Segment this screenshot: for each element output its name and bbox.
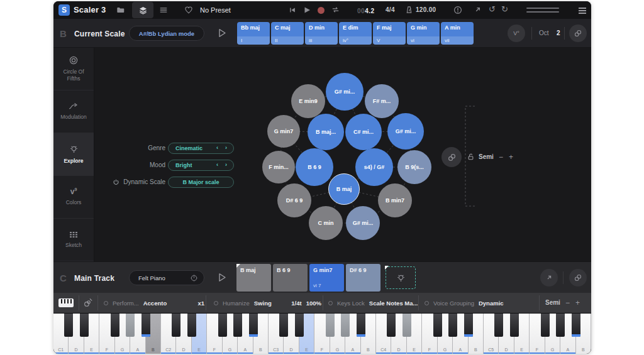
master-sliders[interactable] [526, 8, 559, 15]
black-key-4[interactable] [111, 314, 119, 337]
black-key-33[interactable] [556, 314, 565, 337]
chord-bubble-f-min[interactable]: F min... [262, 151, 295, 183]
black-key-16[interactable] [295, 314, 304, 337]
scale-chord-f-maj[interactable]: F majV [373, 22, 406, 45]
perform-section-perform[interactable]: Perform...Accentox1 [104, 293, 204, 313]
chord-bubble-g-mi[interactable]: G# mi... [387, 113, 424, 150]
suggestion-drop-slot[interactable] [386, 266, 416, 289]
scale-chord-d-min[interactable]: D miniii [305, 22, 338, 45]
scale-chord-bb-maj[interactable]: Bb majI [237, 22, 270, 45]
black-key-23[interactable] [402, 314, 411, 337]
oct-value[interactable]: 2 [557, 30, 560, 36]
export-arrow-icon[interactable] [474, 6, 482, 14]
record-icon[interactable] [318, 7, 325, 14]
track-slot-b-maj[interactable]: B maj [236, 264, 271, 292]
chord-bubble-g-min7[interactable]: G min7 [267, 115, 300, 148]
chord-bubble-c-mi[interactable]: C# mi... [345, 114, 382, 150]
chord-bubble-e-min9[interactable]: E min9 [291, 84, 325, 118]
keyboard-view-icon[interactable] [58, 298, 74, 307]
black-key-2[interactable] [80, 314, 89, 337]
scale-chord-e-dim[interactable]: E dimiv° [339, 22, 372, 45]
chord-bubble-b-maj[interactable]: B maj [328, 173, 360, 205]
menu-icon[interactable] [579, 8, 586, 16]
voicing-badge[interactable]: V° [508, 25, 525, 42]
scale-chord-c-maj[interactable]: C majII [271, 22, 304, 45]
black-key-29[interactable] [494, 314, 503, 337]
instrument-selector[interactable]: Felt Piano [129, 270, 204, 285]
semi-minus-button[interactable]: − [499, 153, 503, 161]
led-indicator[interactable] [214, 301, 218, 305]
perform-section-extra[interactable]: x1 [197, 300, 204, 307]
perform-section-value[interactable]: Dynamic [479, 300, 504, 307]
black-key-15[interactable] [279, 314, 288, 337]
tempo-value[interactable]: 120.00 [416, 1, 436, 19]
track-export-button[interactable] [540, 269, 558, 287]
black-key-9[interactable] [187, 314, 196, 337]
black-key-11[interactable] [218, 314, 227, 337]
list-icon[interactable] [159, 6, 168, 14]
black-key-32[interactable] [541, 314, 550, 337]
black-key-5[interactable] [126, 314, 135, 337]
track-slot-g-min7[interactable]: G min7vi 7 [309, 264, 344, 292]
perform-section-value[interactable]: Swing [254, 300, 272, 307]
black-key-26[interactable] [448, 314, 457, 337]
track-slot-b-6-9[interactable]: B 6 9 [273, 264, 308, 292]
chord-bubble-g-mi[interactable]: G# mi... [346, 206, 380, 240]
black-key-30[interactable] [510, 314, 519, 337]
favorite-heart-icon[interactable] [184, 6, 193, 14]
time-signature[interactable]: 4/4 [386, 1, 395, 19]
black-key-1[interactable] [64, 314, 73, 337]
info-icon[interactable] [453, 6, 462, 14]
led-indicator[interactable] [328, 301, 333, 305]
scale-selector[interactable]: A#/Bb Lydian mode [129, 26, 204, 41]
mood-selector[interactable]: Bright ‹ › [168, 160, 234, 171]
led-indicator[interactable] [104, 301, 108, 305]
black-key-19[interactable] [341, 314, 350, 337]
black-key-25[interactable] [433, 314, 442, 337]
explore-link-button[interactable] [441, 147, 462, 167]
scale-play-icon[interactable] [218, 28, 226, 38]
perform-section-value[interactable]: Accento [143, 300, 167, 307]
track-play-icon[interactable] [218, 273, 226, 282]
power-icon[interactable] [113, 178, 119, 185]
chord-bubble-g-mi[interactable]: G# mi... [326, 73, 364, 111]
undo-icon[interactable]: ↺ [489, 4, 496, 14]
black-key-13[interactable] [249, 314, 258, 337]
folder-icon[interactable] [116, 6, 125, 14]
scale-chord-g-min[interactable]: G minvi [407, 22, 440, 45]
genre-selector[interactable]: Cinematic ‹ › [168, 143, 234, 154]
loop-icon[interactable] [331, 5, 340, 14]
unlock-icon[interactable] [467, 153, 475, 161]
chord-bubble-b-6-9[interactable]: B 6 9 [296, 148, 333, 186]
perform-semi-plus[interactable]: + [575, 298, 580, 307]
black-key-27[interactable] [464, 314, 473, 337]
chord-bubble-b-9-s[interactable]: B 9(s... [397, 150, 431, 184]
sidebar-item-colors[interactable]: v9Colors [53, 176, 94, 219]
led-indicator[interactable] [425, 301, 429, 305]
sidebar-item-circle-of-fifths[interactable]: Circle Of Fifths [53, 48, 94, 90]
perform-section-humanize[interactable]: HumanizeSwing1/4t100% [214, 293, 321, 313]
chord-bubble-c-min[interactable]: C min [309, 206, 343, 240]
scale-chord-a-min[interactable]: A minvii [441, 22, 474, 45]
guitar-icon[interactable] [83, 297, 94, 308]
perform-section-voice-grouping[interactable]: Voice GroupingDynamic [425, 293, 538, 313]
track-slot-d-6-9[interactable]: D# 6 9 [346, 264, 380, 292]
black-key-18[interactable] [326, 314, 335, 337]
black-key-34[interactable] [572, 314, 580, 337]
black-key-20[interactable] [357, 314, 365, 337]
sidebar-item-modulation[interactable]: Modulation [53, 90, 94, 133]
dynamic-scale-selector[interactable]: B Major scale [168, 177, 234, 188]
prev-chevron-icon[interactable]: ‹ [216, 145, 218, 151]
dial-icon[interactable] [190, 274, 198, 282]
track-link-button[interactable] [569, 269, 587, 287]
perform-section-value[interactable]: Scale Notes Ma... [369, 300, 418, 307]
semi-plus-button[interactable]: + [509, 153, 513, 161]
chord-bubble-s4-g[interactable]: s4) / G# [355, 148, 393, 186]
perform-semi-minus[interactable]: − [565, 298, 570, 307]
scale-link-button[interactable] [569, 25, 587, 42]
layers-tab-active[interactable] [132, 2, 153, 18]
black-key-6[interactable] [142, 314, 150, 337]
sidebar-item-explore[interactable]: Explore [53, 133, 94, 176]
redo-icon[interactable]: ↻ [501, 4, 508, 14]
preset-name[interactable]: No Preset [200, 1, 231, 19]
